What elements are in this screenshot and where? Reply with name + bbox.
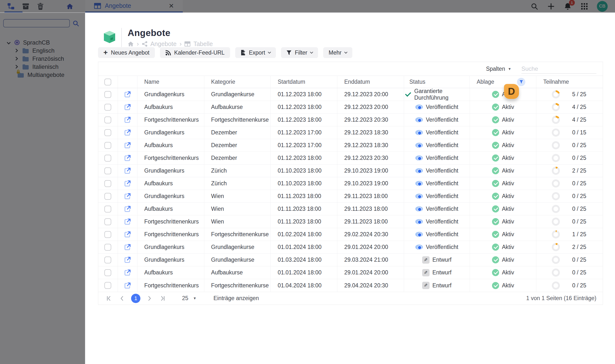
status-icon — [406, 92, 411, 96]
tree-item[interactable]: Multiangebote — [0, 71, 85, 79]
table-row[interactable]: Fortgeschrittenenkurs Fortgeschrittenenk… — [98, 228, 603, 241]
column-header-teilnahme[interactable]: Teilnahme — [536, 76, 603, 88]
tree-item-root[interactable]: SprachCB — [0, 39, 85, 47]
next-page-button[interactable] — [145, 294, 154, 303]
row-checkbox[interactable] — [104, 244, 111, 251]
tree-item[interactable]: Französisch — [0, 55, 85, 63]
chevron-down-icon[interactable] — [7, 41, 11, 45]
funnel-icon — [287, 50, 292, 55]
close-tab-icon[interactable]: ✕ — [169, 3, 174, 9]
previous-page-button[interactable] — [118, 294, 126, 303]
circle-check-icon — [492, 142, 499, 149]
row-checkbox[interactable] — [104, 129, 111, 136]
open-record-icon[interactable] — [124, 129, 131, 136]
table-row[interactable]: Grundlagenkurs Wien 01.11.2023 18:00 29.… — [98, 190, 603, 203]
cell-ablage: Aktiv — [470, 241, 537, 253]
open-record-icon[interactable] — [124, 218, 131, 225]
row-checkbox[interactable] — [104, 104, 111, 111]
row-checkbox[interactable] — [104, 180, 111, 187]
table-row[interactable]: Fortgeschrittenenkurs Wien 01.11.2023 18… — [98, 215, 603, 228]
table-row[interactable]: Grundlagenkurs Grundlagenkurse 01.01.202… — [98, 241, 603, 254]
tree-structure-icon[interactable] — [7, 2, 15, 11]
cell-enddatum: 29.11.2023 18:00 — [337, 215, 404, 228]
table-row[interactable]: Fortgeschrittenenkurs Fortgeschrittenenk… — [98, 279, 603, 292]
row-checkbox[interactable] — [104, 206, 111, 212]
row-checkbox[interactable] — [104, 155, 111, 162]
select-all-checkbox[interactable] — [104, 78, 111, 85]
sidebar-search-icon[interactable] — [73, 20, 79, 26]
apps-grid-icon[interactable] — [580, 2, 588, 11]
row-checkbox[interactable] — [104, 117, 111, 123]
open-record-icon[interactable] — [124, 244, 131, 250]
row-checkbox[interactable] — [104, 282, 111, 289]
row-checkbox[interactable] — [104, 193, 111, 200]
open-record-icon[interactable] — [124, 282, 131, 289]
chevron-right-icon[interactable] — [14, 65, 18, 69]
first-page-button[interactable] — [105, 294, 113, 303]
calendar-feed-url-button[interactable]: Kalender-Feed-URL — [160, 47, 230, 58]
breadcrumb-item[interactable]: Angebote — [150, 40, 177, 48]
table-row[interactable]: Grundlagenkurs Dezember 01.12.2023 17:00… — [98, 126, 603, 139]
bell-icon[interactable]: 1 — [563, 2, 572, 11]
row-checkbox[interactable] — [104, 218, 111, 225]
open-record-icon[interactable] — [124, 206, 131, 212]
open-record-icon[interactable] — [124, 269, 131, 276]
row-checkbox[interactable] — [104, 91, 111, 98]
trash-icon[interactable] — [36, 2, 45, 11]
filter-button[interactable]: Filter — [281, 47, 318, 58]
current-page-button[interactable]: 1 — [131, 294, 140, 303]
search-icon[interactable] — [530, 2, 539, 11]
table-row[interactable]: Grundlagenkurs Grundlagenkurse 01.03.202… — [98, 254, 603, 266]
table-row[interactable]: Grundlagenkurs Grundlagenkurse 01.12.202… — [98, 88, 603, 101]
table-search-input[interactable] — [521, 65, 597, 72]
export-button[interactable]: Export — [235, 47, 276, 58]
plus-icon[interactable] — [547, 2, 555, 11]
last-page-button[interactable] — [159, 294, 167, 303]
archive-icon[interactable] — [22, 2, 30, 11]
home-icon[interactable] — [128, 41, 134, 47]
open-record-icon[interactable] — [124, 91, 131, 98]
table-row[interactable]: Aufbaukurs Wien 01.11.2023 18:00 29.11.2… — [98, 203, 603, 215]
open-record-icon[interactable] — [124, 257, 131, 263]
row-checkbox[interactable] — [104, 168, 111, 174]
row-checkbox[interactable] — [104, 269, 111, 276]
row-checkbox[interactable] — [104, 257, 111, 263]
column-header-status[interactable]: Status — [404, 76, 470, 88]
page-size-select[interactable]: 25 ▾ — [182, 295, 196, 302]
open-record-icon[interactable] — [124, 231, 131, 238]
table-row[interactable]: Fortgeschrittenenkurs Dezember 01.12.202… — [98, 152, 603, 165]
column-header-name[interactable]: Name — [137, 76, 204, 88]
row-checkbox[interactable] — [104, 142, 111, 149]
row-checkbox[interactable] — [104, 231, 111, 238]
column-header-kategorie[interactable]: Kategorie — [204, 76, 271, 88]
table-row[interactable]: Fortgeschrittenenkurs Fortgeschrittenenk… — [98, 114, 603, 126]
table-row[interactable]: Aufbaukurs Dezember 01.12.2023 17:00 29.… — [98, 139, 603, 152]
tab-angebote[interactable]: Angebote ✕ — [85, 0, 183, 13]
new-offer-button[interactable]: + Neues Angebot — [98, 47, 155, 58]
table-row[interactable]: Aufbaukurs Zürich 01.10.2023 18:00 29.10… — [98, 177, 603, 190]
column-header-enddatum[interactable]: Enddatum — [337, 76, 404, 88]
open-record-icon[interactable] — [124, 142, 131, 149]
more-button[interactable]: Mehr — [323, 47, 352, 58]
avatar[interactable]: CB — [597, 1, 608, 12]
column-header-ablage[interactable]: Ablage — [470, 76, 536, 88]
table-row[interactable]: Grundlagenkurs Zürich 01.10.2023 18:00 2… — [98, 165, 603, 177]
ablage-filter-icon[interactable] — [517, 78, 525, 86]
open-record-icon[interactable] — [124, 117, 131, 123]
table-row[interactable]: Aufbaukurs Aufbaukurse 01.01.2024 18:00 … — [98, 266, 603, 279]
chevron-right-icon[interactable] — [14, 57, 18, 61]
table-row[interactable]: Aufbaukurs Aufbaukurse 01.12.2023 18:00 … — [98, 101, 603, 114]
columns-dropdown[interactable]: Spalten ▾ — [486, 65, 511, 72]
sidebar-search-input[interactable] — [3, 19, 70, 27]
tree-item[interactable]: Englisch — [0, 47, 85, 55]
chevron-right-icon[interactable] — [14, 49, 18, 53]
breadcrumb-item[interactable]: Tabelle — [193, 40, 213, 48]
tree-item[interactable]: Italienisch — [0, 63, 85, 71]
open-record-icon[interactable] — [124, 168, 131, 174]
open-record-icon[interactable] — [124, 104, 131, 110]
home-icon[interactable] — [66, 2, 74, 11]
column-header-startdatum[interactable]: Startdatum — [271, 76, 337, 88]
open-record-icon[interactable] — [124, 180, 131, 187]
open-record-icon[interactable] — [124, 193, 131, 199]
open-record-icon[interactable] — [124, 155, 131, 161]
